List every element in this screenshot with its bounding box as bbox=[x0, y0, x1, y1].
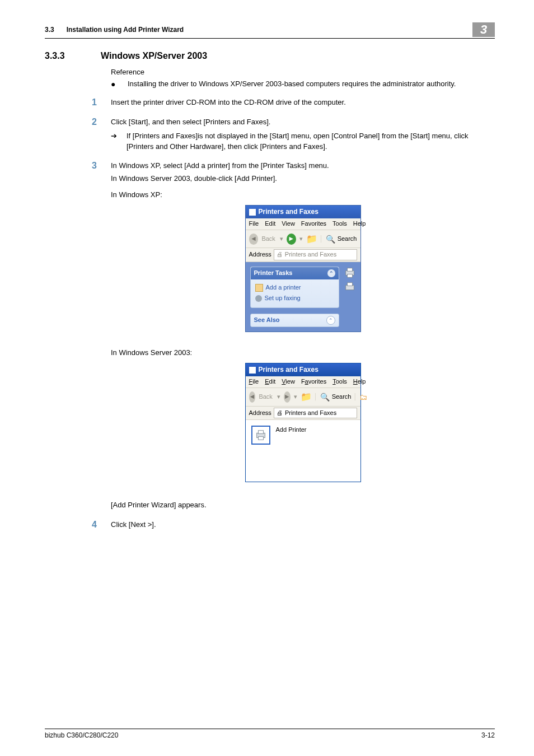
menu-help[interactable]: Help bbox=[353, 377, 366, 386]
panel-title: Printer Tasks bbox=[254, 269, 293, 278]
step-number-3: 3 bbox=[92, 161, 111, 511]
menu-view[interactable]: View bbox=[282, 220, 295, 228]
reference-label: Reference bbox=[111, 68, 495, 76]
see-also-label: See Also bbox=[254, 316, 280, 325]
runhead-section-title: Installation using Add Printer Wizard bbox=[67, 26, 472, 34]
chapter-badge: 3 bbox=[472, 22, 495, 37]
xp-toolbar: ◄ Back ▾ ► ▾ 📁 │ 🔍 Search bbox=[246, 230, 360, 248]
printer-device-icon bbox=[344, 267, 356, 327]
xp-titlebar: Printers and Faxes bbox=[246, 206, 360, 218]
page-footer: bizhub C360/C280/C220 3-12 bbox=[45, 729, 495, 739]
address-label: Address bbox=[249, 250, 271, 259]
step-3-after: [Add Printer Wizard] appears. bbox=[111, 500, 495, 511]
folders-icon[interactable]: 🗂 bbox=[359, 391, 367, 403]
step-number-2: 2 bbox=[92, 117, 111, 152]
footer-page: 3-12 bbox=[481, 731, 495, 739]
menu-edit[interactable]: Edit bbox=[265, 220, 275, 228]
back-button[interactable]: ◄ bbox=[249, 391, 256, 403]
srv-titlebar: Printers and Faxes bbox=[246, 363, 360, 376]
printer-folder-icon: 🖨 bbox=[277, 409, 283, 418]
add-a-printer-link[interactable]: Add a printer bbox=[255, 283, 334, 292]
printer-tasks-panel: Printer Tasks ⌃ Add a printer bbox=[250, 267, 339, 308]
back-label: Back bbox=[261, 235, 275, 244]
xp-window-title: Printers and Faxes bbox=[259, 207, 318, 217]
arrow-icon: ➔ bbox=[111, 131, 127, 152]
search-label[interactable]: Search bbox=[332, 393, 352, 402]
dropdown-arrow-icon[interactable]: ▾ bbox=[299, 235, 303, 244]
xp-body: Printer Tasks ⌃ Add a printer bbox=[246, 262, 360, 332]
menu-tools[interactable]: Tools bbox=[332, 377, 347, 386]
running-header: 3.3 Installation using Add Printer Wizar… bbox=[45, 22, 495, 39]
up-folder-icon[interactable]: 📁 bbox=[306, 232, 317, 245]
svg-rect-4 bbox=[347, 283, 352, 286]
up-folder-icon[interactable]: 📁 bbox=[301, 390, 312, 403]
menu-tools[interactable]: Tools bbox=[332, 220, 347, 228]
fax-label: Set up faxing bbox=[265, 294, 301, 303]
section-heading: 3.3.3 Windows XP/Server 2003 bbox=[45, 51, 495, 61]
set-up-faxing-link[interactable]: Set up faxing bbox=[255, 294, 334, 303]
menu-favorites[interactable]: Favorites bbox=[301, 220, 326, 228]
step-3-line1: In Windows XP, select [Add a printer] fr… bbox=[111, 161, 495, 171]
runhead-section-number: 3.3 bbox=[45, 26, 54, 34]
caption-server2003: In Windows Server 2003: bbox=[111, 348, 495, 358]
address-field[interactable]: 🖨 Printers and Faxes bbox=[274, 249, 357, 260]
bullet-icon: ● bbox=[111, 80, 128, 88]
printer-folder-icon: 🖨 bbox=[277, 250, 283, 259]
svg-rect-7 bbox=[258, 437, 263, 440]
printer-icon bbox=[249, 209, 256, 216]
svg-rect-6 bbox=[258, 431, 263, 434]
step-number-4: 4 bbox=[92, 520, 111, 530]
svg-rect-2 bbox=[347, 274, 352, 278]
address-value: Printers and Faxes bbox=[285, 250, 336, 259]
dropdown-arrow-icon[interactable]: ▾ bbox=[277, 393, 280, 402]
dropdown-arrow-icon[interactable]: ▾ bbox=[294, 393, 297, 402]
srv-toolbar: ◄ Back ▾ ► ▾ 📁 │ 🔍 Search │ 🗂 bbox=[246, 388, 360, 406]
fax-icon bbox=[255, 295, 262, 302]
xp-addressbar: Address 🖨 Printers and Faxes bbox=[246, 248, 360, 262]
add-printer-item[interactable] bbox=[251, 426, 270, 445]
menu-file[interactable]: File bbox=[249, 377, 259, 386]
step-2-text: Click [Start], and then select [Printers… bbox=[111, 117, 495, 128]
caption-xp: In Windows XP: bbox=[111, 190, 495, 200]
step-3-line2: In Windows Server 2003, double-click [Ad… bbox=[111, 174, 495, 184]
step-2-sub: If [Printers and Faxes]is not displayed … bbox=[127, 131, 495, 152]
srv-window-title: Printers and Faxes bbox=[259, 365, 318, 375]
collapse-chevron-icon[interactable]: ⌃ bbox=[327, 269, 335, 277]
search-icon[interactable]: 🔍 bbox=[320, 391, 330, 403]
see-also-panel[interactable]: See Also ⌃ bbox=[250, 314, 339, 327]
menu-help[interactable]: Help bbox=[353, 220, 366, 228]
search-icon[interactable]: 🔍 bbox=[326, 234, 335, 245]
svg-rect-1 bbox=[347, 268, 352, 272]
screenshot-server-2003: Printers and Faxes File Edit View Favori… bbox=[245, 363, 361, 482]
menu-favorites[interactable]: Favorites bbox=[301, 377, 326, 386]
forward-button[interactable]: ► bbox=[287, 234, 296, 245]
address-field[interactable]: 🖨 Printers and Faxes bbox=[274, 408, 357, 419]
srv-body: Add Printer bbox=[246, 420, 360, 482]
step-number-1: 1 bbox=[92, 97, 111, 108]
menu-view[interactable]: View bbox=[282, 377, 295, 386]
menu-file[interactable]: File bbox=[249, 220, 259, 228]
add-printer-label[interactable]: Add Printer bbox=[276, 426, 307, 435]
printer-icon bbox=[249, 367, 256, 374]
menu-edit[interactable]: Edit bbox=[265, 377, 275, 386]
add-printer-icon bbox=[255, 284, 263, 292]
expand-chevron-icon[interactable]: ⌃ bbox=[326, 316, 335, 325]
section-number: 3.3.3 bbox=[45, 51, 101, 61]
back-label: Back bbox=[259, 393, 272, 402]
screenshot-windows-xp: Printers and Faxes File Edit View Favori… bbox=[245, 205, 361, 332]
srv-menubar: File Edit View Favorites Tools Help bbox=[246, 376, 360, 388]
step-1-text: Insert the printer driver CD-ROM into th… bbox=[111, 97, 495, 108]
reference-text: Installing the driver to Windows XP/Serv… bbox=[128, 80, 456, 88]
address-label: Address bbox=[249, 409, 271, 418]
reference-bullet: ● Installing the driver to Windows XP/Se… bbox=[111, 80, 495, 88]
xp-menubar: File Edit View Favorites Tools Help bbox=[246, 218, 360, 230]
forward-button[interactable]: ► bbox=[284, 391, 291, 403]
step-4-text: Click [Next >]. bbox=[111, 520, 495, 530]
section-title: Windows XP/Server 2003 bbox=[101, 51, 207, 61]
footer-model: bizhub C360/C280/C220 bbox=[45, 731, 118, 739]
srv-addressbar: Address 🖨 Printers and Faxes bbox=[246, 407, 360, 421]
add-printer-label: Add a printer bbox=[266, 283, 301, 292]
dropdown-arrow-icon[interactable]: ▾ bbox=[280, 235, 283, 244]
search-label[interactable]: Search bbox=[338, 235, 357, 244]
back-button[interactable]: ◄ bbox=[249, 234, 259, 245]
